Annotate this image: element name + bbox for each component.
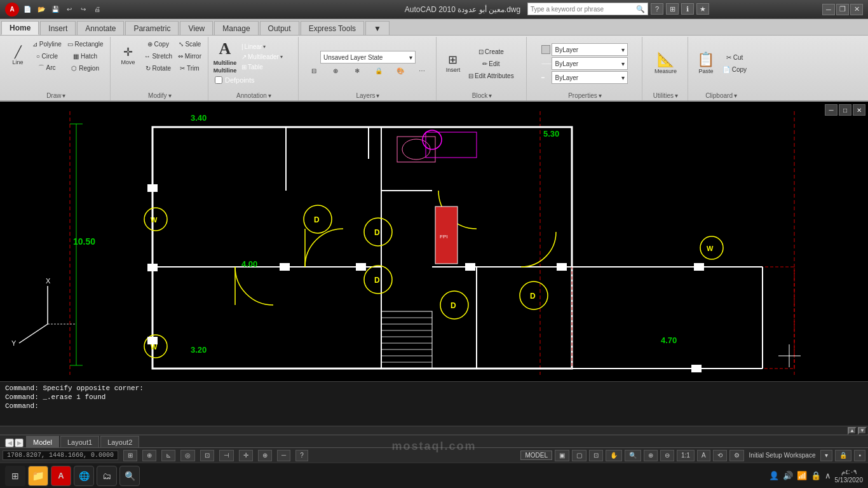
rect-btn[interactable]: ▭ Rectangle: [65, 38, 106, 50]
line-btn[interactable]: ╱ Line: [6, 39, 29, 74]
qat-save[interactable]: 💾: [50, 4, 61, 15]
block-label[interactable]: Block ▾: [440, 90, 524, 100]
pan-btn[interactable]: ✋: [606, 450, 622, 461]
info-btn[interactable]: ℹ: [681, 3, 694, 15]
utilities-label[interactable]: Utilities ▾: [646, 90, 685, 100]
ducs-btn[interactable]: ✛: [239, 450, 253, 461]
scale-btn[interactable]: ⤡ Scale: [175, 38, 204, 50]
model-space-btn[interactable]: ▣: [555, 450, 569, 461]
multiline-text-btn[interactable]: A Multiline Multiline: [214, 38, 236, 75]
qat-redo[interactable]: ↪: [78, 4, 89, 15]
tab-insert[interactable]: Insert: [40, 21, 76, 35]
cut-btn[interactable]: ✂ Cut: [720, 52, 749, 64]
snap-btn[interactable]: ⊕: [142, 450, 156, 461]
star-btn[interactable]: ★: [696, 3, 709, 15]
tab-view[interactable]: View: [180, 21, 213, 35]
tab-express[interactable]: Express Tools: [301, 21, 364, 35]
autocad-taskbar-btn[interactable]: A: [51, 466, 71, 486]
layer-state-combo[interactable]: Unsaved Layer State ▾: [320, 51, 416, 64]
viewport-restore-btn[interactable]: ─: [825, 104, 837, 116]
sync-btn[interactable]: ⟲: [713, 450, 727, 461]
zoom-in-btn[interactable]: ⊕: [644, 450, 658, 461]
close-btn[interactable]: ✕: [850, 4, 863, 15]
layer-more-btn[interactable]: ⋯: [412, 65, 432, 76]
circle-btn[interactable]: ○ Circle: [30, 50, 64, 62]
ortho-btn[interactable]: ⊾: [161, 450, 175, 461]
layer-new-btn[interactable]: ⊕: [325, 65, 346, 76]
viewport-btn[interactable]: ⊡: [589, 450, 603, 461]
zoom-btn[interactable]: 🔍: [625, 450, 641, 461]
measure-btn[interactable]: 📐 Measure: [649, 46, 681, 81]
paste-btn[interactable]: 📋 Paste: [693, 46, 719, 81]
tab-manage[interactable]: Manage: [214, 21, 258, 35]
scroll-down-btn[interactable]: ▼: [858, 427, 867, 435]
stretch-btn[interactable]: ↔ Stretch: [142, 50, 175, 62]
region-btn[interactable]: ⬡ Region: [65, 62, 106, 74]
scroll-up-btn[interactable]: ▲: [848, 427, 857, 435]
layout1-tab[interactable]: Layout1: [60, 436, 99, 447]
search-taskbar-btn[interactable]: 🔍: [119, 466, 140, 486]
polar-btn[interactable]: ◎: [180, 450, 195, 461]
rotate-btn[interactable]: ↻ Rotate: [142, 62, 175, 74]
explorer-btn[interactable]: 🗂: [97, 466, 117, 486]
layer-freeze-btn[interactable]: ❄: [347, 65, 367, 76]
qat-new[interactable]: 📄: [22, 4, 33, 15]
linear-dropdown[interactable]: | Linear ▾: [239, 42, 285, 51]
qp-btn[interactable]: ?: [295, 450, 308, 461]
polyline-btn[interactable]: ⊿ Polyline: [30, 38, 64, 50]
dyn-btn[interactable]: ⊕: [258, 450, 272, 461]
multileader-dropdown[interactable]: ↗ Multileader ▾: [239, 52, 285, 62]
tab-parametric[interactable]: Parametric: [125, 21, 179, 35]
lineweight-combo[interactable]: ByLayer▾: [552, 71, 628, 84]
help-btn[interactable]: ?: [651, 3, 663, 15]
grid-btn[interactable]: ⊞: [123, 450, 137, 461]
qat-print[interactable]: 🖨: [92, 4, 103, 15]
paper-space-btn[interactable]: ▢: [572, 450, 587, 461]
tab-more[interactable]: ▼: [365, 21, 390, 35]
annotation-label[interactable]: Annotation ▾: [212, 90, 295, 100]
workspace-arrow[interactable]: ▾: [820, 450, 832, 461]
tab-left-btn[interactable]: ◀: [5, 438, 14, 447]
color-combo[interactable]: ByLayer▾: [552, 43, 628, 56]
move-btn[interactable]: ✛ Move: [116, 39, 141, 74]
restore-btn[interactable]: ❐: [836, 4, 849, 15]
otrack-btn[interactable]: ⊣: [219, 450, 234, 461]
tab-home[interactable]: Home: [1, 21, 39, 35]
hardware-btn[interactable]: ▪: [854, 450, 865, 461]
tab-output[interactable]: Output: [260, 21, 299, 35]
copy-btn[interactable]: ⊕ Copy: [142, 38, 175, 50]
drawing-area[interactable]: ─ □ ✕ D: [0, 102, 868, 381]
tray-chevron-icon[interactable]: ∧: [825, 471, 831, 480]
table-dropdown[interactable]: ⊞ Table: [239, 62, 285, 72]
mirror-btn[interactable]: ⇔ Mirror: [175, 50, 204, 62]
edit-block-btn[interactable]: ✏ Edit: [466, 58, 517, 69]
edit-attr-btn[interactable]: ⊟ Edit Attributes: [466, 70, 517, 81]
tab-annotate[interactable]: Annotate: [77, 21, 124, 35]
layer-prop-btn[interactable]: ⊟: [304, 65, 324, 76]
layer-color-btn[interactable]: 🎨: [390, 65, 410, 76]
draw-label[interactable]: Draw ▾: [5, 90, 107, 100]
file-explorer-btn[interactable]: 📁: [28, 466, 48, 486]
model-tab[interactable]: Model: [26, 436, 59, 447]
qat-undo[interactable]: ↩: [64, 4, 75, 15]
workspace-icon[interactable]: ⚙: [729, 450, 744, 461]
start-btn[interactable]: ⊞: [5, 466, 25, 486]
search-input[interactable]: [531, 6, 636, 13]
zoom-out-btn[interactable]: ⊖: [660, 450, 674, 461]
layout2-tab[interactable]: Layout2: [100, 436, 139, 447]
viewport-max-btn[interactable]: □: [839, 104, 851, 116]
linetype-combo[interactable]: ByLayer▾: [552, 57, 628, 70]
copy-clip-btn[interactable]: 📄 Copy: [720, 64, 749, 76]
insert-btn[interactable]: ⊞ Insert: [442, 46, 465, 81]
hatch-btn[interactable]: ▦ Hatch: [65, 50, 106, 62]
qat-open[interactable]: 📂: [36, 4, 47, 15]
chrome-btn[interactable]: 🌐: [74, 466, 94, 486]
viewport-close-btn[interactable]: ✕: [853, 104, 865, 116]
modify-label[interactable]: Modify ▾: [114, 90, 205, 100]
minimize-btn[interactable]: ─: [822, 4, 835, 15]
arc-btn[interactable]: ⌒ Arc: [30, 62, 64, 74]
trim-btn[interactable]: ✂ Trim: [175, 62, 204, 74]
expand-btn[interactable]: ⊞: [666, 3, 679, 15]
defpoints-check[interactable]: [215, 76, 222, 84]
lock-btn[interactable]: 🔒: [835, 450, 851, 461]
